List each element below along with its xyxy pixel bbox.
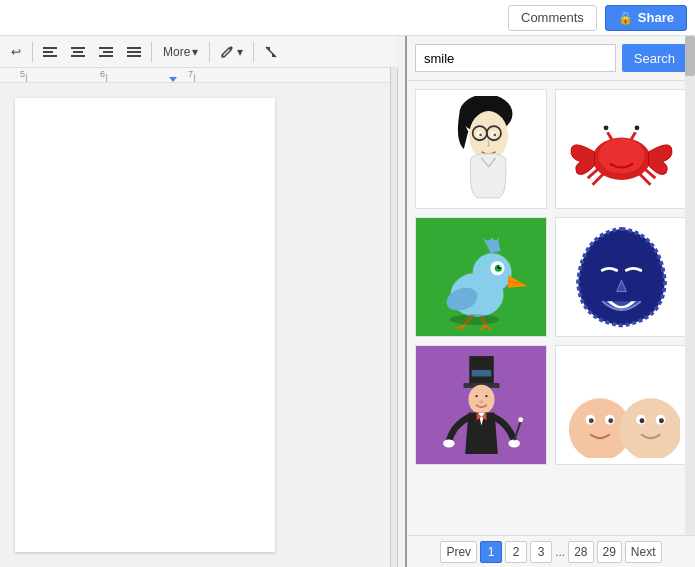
undo-button[interactable]: ↩ <box>4 40 28 64</box>
clipart-search-button[interactable]: Search <box>622 44 687 72</box>
clipart-item-1[interactable] <box>415 89 547 209</box>
svg-point-29 <box>634 125 639 130</box>
clipart-scrollbar[interactable] <box>685 36 695 535</box>
more-label: More <box>163 45 190 59</box>
clipart-item-6[interactable] <box>555 345 687 465</box>
clipart-results[interactable] <box>407 81 695 535</box>
clipart-img-2 <box>563 96 680 202</box>
collapse-button[interactable] <box>258 40 284 64</box>
svg-point-59 <box>479 400 484 403</box>
clipart-item-5[interactable] <box>415 345 547 465</box>
ruler-tick-6 <box>106 74 107 82</box>
scroll-divider <box>390 68 398 567</box>
ruler-mark-5: 5 <box>20 69 25 79</box>
more-button[interactable]: More ▾ <box>156 40 205 64</box>
pen-button[interactable]: ▾ <box>214 40 249 64</box>
svg-rect-0 <box>43 47 57 49</box>
ruler-mark-7: 7 <box>188 69 193 79</box>
align-right-icon <box>99 46 113 58</box>
clipart-item-3[interactable] <box>415 217 547 337</box>
align-left-icon <box>43 46 57 58</box>
clipart-panel: Clipart ✕ Search <box>405 0 695 567</box>
clipart-item-4[interactable] <box>555 217 687 337</box>
svg-point-66 <box>588 418 593 423</box>
clipart-item-2[interactable] <box>555 89 687 209</box>
lock-icon: 🔒 <box>618 11 633 25</box>
pen-dropdown: ▾ <box>237 45 243 59</box>
prev-page-button[interactable]: Prev <box>440 541 477 563</box>
document-area <box>0 83 395 567</box>
clipart-img-6 <box>563 352 680 458</box>
svg-rect-9 <box>127 47 141 49</box>
svg-point-69 <box>619 398 679 458</box>
svg-rect-53 <box>471 370 491 377</box>
clipart-img-4 <box>563 224 680 330</box>
svg-rect-5 <box>71 55 85 57</box>
svg-rect-11 <box>127 55 141 57</box>
svg-point-60 <box>443 439 454 447</box>
ruler-marker <box>168 77 178 82</box>
svg-point-21 <box>493 134 496 137</box>
svg-line-12 <box>266 47 276 57</box>
svg-point-41 <box>499 265 501 267</box>
svg-point-63 <box>518 417 523 422</box>
page-29-button[interactable]: 29 <box>597 541 622 563</box>
pen-icon <box>220 45 234 59</box>
comments-button[interactable]: Comments <box>508 5 597 31</box>
page-dots: ... <box>555 545 565 559</box>
svg-rect-8 <box>99 55 113 57</box>
svg-rect-10 <box>127 51 141 53</box>
ruler-tick-7 <box>194 74 195 82</box>
svg-rect-4 <box>73 51 83 53</box>
separator-1 <box>32 42 33 62</box>
align-left-button[interactable] <box>37 40 63 64</box>
separator-2 <box>151 42 152 62</box>
page-2-button[interactable]: 2 <box>505 541 527 563</box>
svg-point-49 <box>449 314 499 325</box>
collapse-icon <box>264 45 278 59</box>
page-28-button[interactable]: 28 <box>568 541 593 563</box>
svg-point-61 <box>508 439 519 447</box>
share-label: Share <box>638 10 674 25</box>
clipart-search-input[interactable] <box>415 44 616 72</box>
align-justify-icon <box>127 46 141 58</box>
clipart-img-5 <box>423 352 540 458</box>
top-bar: Comments 🔒 Share <box>0 0 695 36</box>
toolbar: ↩ More ▾ ▾ <box>0 36 395 68</box>
ruler-mark-6: 6 <box>100 69 105 79</box>
share-button[interactable]: 🔒 Share <box>605 5 687 31</box>
clipart-search-bar: Search <box>407 36 695 81</box>
svg-rect-2 <box>43 55 57 57</box>
svg-point-71 <box>639 418 644 423</box>
svg-rect-7 <box>103 51 113 53</box>
document-page <box>15 98 275 552</box>
separator-3 <box>209 42 210 62</box>
clipart-img-3 <box>423 224 540 330</box>
svg-point-57 <box>475 395 477 397</box>
more-dropdown-icon: ▾ <box>192 45 198 59</box>
ruler-content: 5 6 7 <box>0 68 395 82</box>
svg-point-58 <box>485 395 487 397</box>
page-3-button[interactable]: 3 <box>530 541 552 563</box>
svg-point-73 <box>659 418 664 423</box>
svg-point-54 <box>468 385 494 414</box>
svg-point-20 <box>479 134 482 137</box>
ruler-tick-5 <box>26 74 27 82</box>
page-1-button[interactable]: 1 <box>480 541 502 563</box>
next-page-button[interactable]: Next <box>625 541 662 563</box>
separator-4 <box>253 42 254 62</box>
svg-point-68 <box>608 418 613 423</box>
align-center-button[interactable] <box>65 40 91 64</box>
clipart-img-1 <box>423 96 540 202</box>
clipart-grid <box>415 89 687 465</box>
svg-rect-1 <box>43 51 53 53</box>
clipart-pagination: Prev 1 2 3 ... 28 29 Next <box>407 535 695 567</box>
align-justify-button[interactable] <box>121 40 147 64</box>
svg-rect-3 <box>71 47 85 49</box>
ruler: 5 6 7 <box>0 68 395 83</box>
comments-label: Comments <box>521 10 584 25</box>
svg-rect-6 <box>99 47 113 49</box>
align-right-button[interactable] <box>93 40 119 64</box>
clipart-scrollbar-thumb[interactable] <box>685 36 695 76</box>
svg-point-26 <box>603 125 608 130</box>
